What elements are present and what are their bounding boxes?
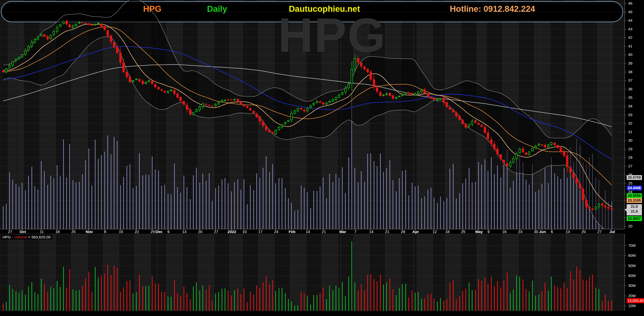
candle-body	[122, 62, 125, 72]
volume-bar	[177, 293, 178, 311]
month-gridline	[540, 0, 540, 229]
volume-bar	[66, 288, 67, 311]
month-gridline	[413, 0, 414, 229]
price-axis-tick	[625, 192, 626, 192]
price-tag-line: 21.9	[627, 209, 642, 214]
overlay-volume-bar	[282, 178, 282, 229]
volume-axis-tick	[625, 256, 626, 256]
candle-body	[31, 42, 33, 46]
date-tick-label: Jun	[539, 230, 546, 234]
volume-bar	[459, 296, 460, 311]
overlay-volume-bar	[605, 190, 606, 229]
overlay-volume-bar	[478, 162, 479, 229]
price-tag-line: 24.4446	[627, 186, 642, 190]
overlay-volume-bar	[291, 203, 292, 229]
price-pane[interactable]: HPGHPGDailyDautucophieu.netHotline: 0912…	[0, 0, 625, 229]
date-tick-label: 25	[71, 230, 76, 234]
overlay-volume-bar	[225, 178, 225, 229]
date-tick-label: 23	[518, 230, 522, 234]
volume-bar	[294, 306, 295, 311]
overlay-volume-bar	[418, 186, 419, 229]
volume-pane[interactable]: HPG - Volume = 563,620.00	[0, 234, 625, 311]
volume-bar	[513, 289, 514, 311]
candle-body	[392, 95, 394, 99]
candle-body	[439, 99, 442, 100]
candle-body	[107, 30, 109, 36]
price-gridline	[0, 166, 625, 166]
volume-gridline	[0, 296, 625, 296]
candle-body	[303, 110, 305, 111]
price-axis[interactable]: 4645444342414039383736353433323130292827…	[625, 0, 644, 229]
overlay-volume-bar	[415, 186, 416, 229]
candle-body	[103, 26, 106, 30]
volume-bar	[107, 265, 108, 311]
volume-bar	[16, 291, 16, 311]
candle-body	[382, 95, 385, 96]
volume-axis-label: 10M	[628, 304, 636, 308]
volume-bar	[611, 301, 612, 311]
candle-body	[2, 71, 4, 72]
price-axis-tick	[625, 55, 626, 55]
date-tick-label: 14	[369, 230, 374, 234]
candle-body	[119, 53, 122, 63]
volume-bar	[485, 278, 485, 311]
candle-body	[405, 92, 407, 93]
candle-body	[480, 125, 483, 127]
volume-bar	[269, 285, 270, 311]
overlay-volume-bar	[9, 172, 10, 229]
volume-bar	[339, 288, 339, 311]
volume-bar	[560, 288, 561, 311]
overlay-volume-bar	[592, 154, 593, 229]
price-axis-tick	[625, 46, 626, 46]
week-gridline	[103, 0, 103, 229]
overlay-volume-bar	[25, 190, 26, 229]
candle-body	[160, 89, 163, 91]
candle-body	[132, 80, 134, 82]
price-gridline	[0, 63, 625, 64]
overlay-volume-bar	[307, 192, 308, 229]
overlay-volume-bar	[275, 183, 276, 229]
candle-body	[328, 101, 331, 103]
candle-body	[202, 104, 204, 107]
candle-body	[116, 47, 118, 53]
price-gridline	[0, 183, 625, 184]
volume-bar	[313, 295, 314, 311]
candle-body	[572, 173, 575, 178]
volume-bar	[462, 291, 463, 311]
price-axis-label: 30	[628, 138, 632, 142]
overlay-volume-bar	[469, 168, 469, 229]
date-tick-label: 14	[306, 230, 310, 234]
overlay-volume-bar	[266, 156, 267, 229]
price-axis-tick	[625, 149, 626, 149]
overlay-volume-bar	[253, 190, 254, 229]
volume-bar	[38, 294, 38, 311]
overlay-volume-bar	[126, 166, 127, 229]
volume-bar	[164, 292, 165, 311]
overlay-volume-bar	[171, 194, 171, 229]
candle-body	[554, 143, 556, 145]
month-gridline	[157, 0, 157, 229]
candle-body	[360, 63, 362, 67]
date-axis[interactable]: 27Oct111825Nov8152229Dec6132027202210172…	[0, 229, 625, 234]
price-tag-line: 21.9	[627, 204, 642, 209]
overlay-volume-bar	[180, 193, 181, 229]
candle-body	[129, 77, 131, 82]
price-gridline	[0, 123, 625, 124]
price-gridline	[0, 149, 625, 149]
chart-window: { "header": { "symbol": "HPG", "timefram…	[0, 0, 644, 316]
volume-bar	[171, 297, 171, 311]
overlay-volume-bar	[472, 182, 473, 229]
overlay-volume-bar	[507, 150, 508, 229]
volume-bar	[431, 293, 431, 311]
candle-body	[145, 82, 147, 84]
price-tag-line: 23.5559	[627, 193, 642, 198]
candle-body	[462, 120, 464, 124]
overlay-volume-bar	[437, 203, 438, 229]
candle-body	[68, 25, 71, 27]
overlay-volume-bar	[206, 181, 206, 229]
overlay-volume-bar	[190, 199, 191, 229]
volume-axis[interactable]: 70M60M50M40M30M20M10M15,093,40	[625, 234, 644, 311]
candle-body	[550, 142, 553, 145]
candle-body	[579, 183, 581, 188]
overlay-volume-bar	[218, 185, 219, 229]
